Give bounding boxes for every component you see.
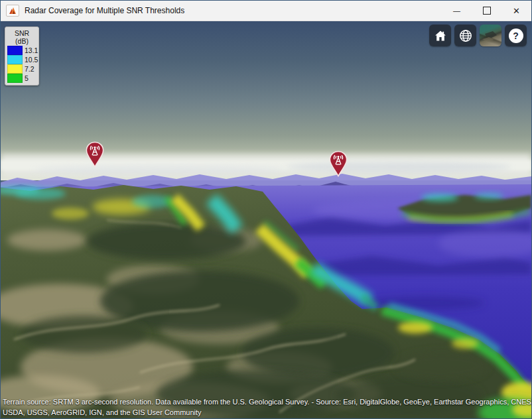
legend-row: 10.5 <box>7 55 36 64</box>
close-button[interactable]: ✕ <box>501 1 531 21</box>
attribution-line-2: USDA, USGS, AeroGRID, IGN, and the GIS U… <box>3 407 531 418</box>
map-toolbar: ? <box>429 25 527 46</box>
terrain-scene <box>1 21 531 419</box>
attribution-line-1: Terrain source: SRTM 3 arc-second resolu… <box>3 396 531 407</box>
maximize-icon <box>483 7 491 15</box>
legend-label: 7.2 <box>25 65 34 73</box>
window-controls: — ✕ <box>442 1 531 21</box>
radar-marker-1[interactable] <box>85 141 105 168</box>
legend-units: (dB) <box>7 37 36 45</box>
legend-label: 13.1 <box>25 46 38 54</box>
legend-swatch-green <box>7 74 23 83</box>
titlebar[interactable]: Radar Coverage for Multiple SNR Threshol… <box>1 1 531 21</box>
radar-marker-2[interactable] <box>328 150 348 177</box>
help-glyph: ? <box>513 31 519 40</box>
site-viewer-window: Radar Coverage for Multiple SNR Threshol… <box>0 0 532 419</box>
legend-swatch-blue <box>7 46 23 55</box>
minimize-icon: — <box>453 7 460 15</box>
maximize-button[interactable] <box>472 1 501 21</box>
legend-row: 13.1 <box>7 46 36 54</box>
map-attribution: Terrain source: SRTM 3 arc-second resolu… <box>3 396 531 418</box>
legend-label: 5 <box>25 74 29 82</box>
help-button[interactable]: ? <box>505 25 527 46</box>
help-icon: ? <box>509 29 523 43</box>
terrain-viewport[interactable]: SNR (dB) 13.1 10.5 7.2 5 <box>1 21 531 419</box>
legend-title: SNR <box>7 29 36 37</box>
home-icon <box>434 29 447 42</box>
legend-label: 10.5 <box>25 56 38 64</box>
legend-swatch-yellow <box>7 64 23 74</box>
legend-row: 7.2 <box>7 64 36 73</box>
basemap-thumbnail-icon <box>480 25 501 46</box>
home-view-button[interactable] <box>429 25 451 46</box>
matlab-membrane-icon <box>6 5 19 17</box>
globe-view-button[interactable] <box>454 25 476 46</box>
close-icon: ✕ <box>513 6 520 16</box>
minimize-button[interactable]: — <box>442 1 472 21</box>
window-title: Radar Coverage for Multiple SNR Threshol… <box>25 6 184 15</box>
legend-swatch-cyan <box>7 55 23 64</box>
snr-legend: SNR (dB) 13.1 10.5 7.2 5 <box>5 27 39 86</box>
globe-icon <box>458 29 473 43</box>
legend-row: 5 <box>7 74 36 82</box>
basemap-picker-button[interactable] <box>480 25 501 46</box>
